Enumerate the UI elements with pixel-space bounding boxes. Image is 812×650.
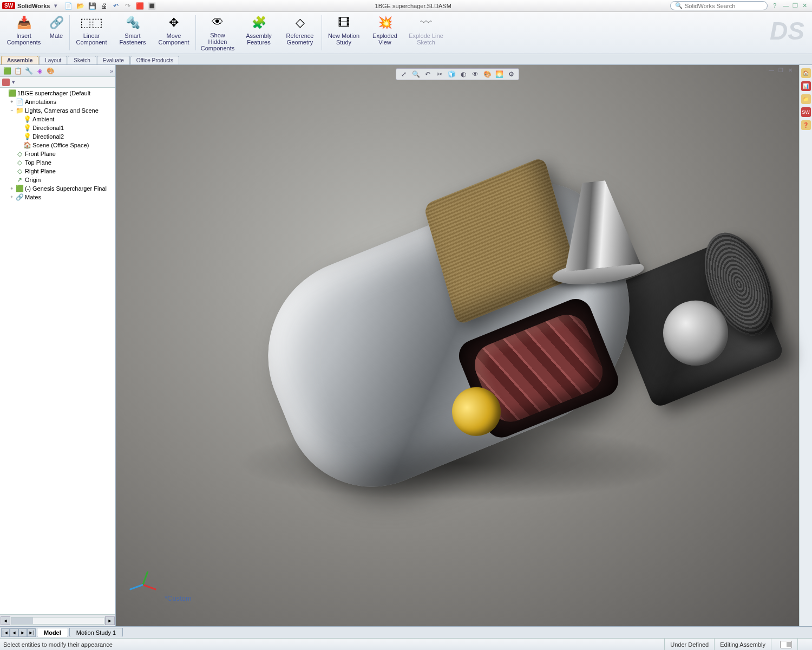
ribbon-insert-components[interactable]: 📥Insert Components	[3, 13, 44, 53]
search-box[interactable]: 🔍	[670, 1, 768, 10]
tree-item[interactable]: +🟩(-) Genesis Supercharger Final	[0, 184, 115, 193]
ribbon-icon: 🔗	[48, 14, 65, 31]
taskpane-button[interactable]: ❓	[801, 120, 811, 130]
z-axis-icon	[129, 584, 143, 590]
tree-node-icon: ↗	[15, 176, 24, 184]
ribbon-reference-geometry[interactable]: ◇Reference Geometry	[279, 13, 320, 53]
save-button[interactable]: 💾	[88, 2, 96, 10]
panel-scrollbar[interactable]: ◄ ►	[0, 614, 115, 626]
document-title: 1BGE superchager.SLDASM	[156, 3, 670, 9]
fm-render-tab[interactable]: 🎨	[45, 66, 55, 76]
ribbon-icon: 👁	[209, 14, 226, 31]
tab-last-button[interactable]: ►|	[27, 628, 36, 637]
tree-item[interactable]: ↗Origin	[0, 176, 115, 184]
status-extra[interactable]	[797, 639, 809, 650]
feature-filter-bar[interactable]: ▾	[0, 77, 115, 88]
tree-item[interactable]: −📁Lights, Cameras and Scene	[0, 106, 115, 115]
tab-sketch[interactable]: Sketch	[68, 56, 96, 64]
tree-item[interactable]: 💡Directional1	[0, 123, 115, 132]
ribbon-linear-component[interactable]: ⬚⬚Linear Component	[71, 13, 112, 53]
ribbon-show-hidden-components[interactable]: 👁Show Hidden Components	[197, 13, 238, 53]
tree-item[interactable]: +📄Annotations	[0, 98, 115, 106]
fm-config-tab[interactable]: 📋	[13, 66, 23, 76]
doc-minimize-button[interactable]: —	[769, 67, 776, 75]
tree-item[interactable]: 💡Directional2	[0, 132, 115, 141]
taskpane-button[interactable]: 📊	[801, 81, 811, 91]
appearance-button[interactable]: 🎨	[483, 70, 492, 79]
ribbon-explode-line-sketch[interactable]: 〰Explode Line Sketch	[405, 13, 447, 53]
restore-button[interactable]: ❐	[793, 2, 800, 10]
filter-dropdown-icon[interactable]: ▾	[12, 79, 15, 86]
fm-property-tab[interactable]: 🔧	[24, 66, 34, 76]
menu-dropdown-icon[interactable]: ▾	[54, 2, 57, 9]
display-style-button[interactable]: ◐	[459, 70, 468, 79]
tab-layout[interactable]: Layout	[39, 56, 67, 64]
ribbon-mate[interactable]: 🔗Mate	[44, 13, 68, 53]
filter-icon	[2, 79, 10, 86]
prev-view-button[interactable]: ↶	[423, 70, 432, 79]
tree-item[interactable]: ◇Right Plane	[0, 167, 115, 176]
hide-show-button[interactable]: 👁	[471, 70, 480, 79]
tab-next-button[interactable]: ►	[18, 628, 27, 637]
doc-close-button[interactable]: ✕	[788, 67, 796, 75]
tab-evaluate[interactable]: Evaluate	[97, 56, 130, 64]
view-settings-button[interactable]: ⚙	[507, 70, 515, 79]
tab-prev-button[interactable]: ◄	[10, 628, 18, 637]
open-button[interactable]: 📂	[76, 2, 84, 10]
options-button[interactable]: 🔳	[147, 2, 156, 10]
undo-button[interactable]: ↶	[112, 2, 120, 10]
heads-up-view-toolbar: ⤢ 🔍 ↶ ✂ 🧊 ◐ 👁 🎨 🌅 ⚙	[396, 68, 519, 80]
taskpane-button[interactable]: 📁	[801, 94, 811, 104]
redo-button[interactable]: ↷	[123, 2, 132, 10]
ribbon-label: Show Hidden Components	[200, 32, 235, 51]
tree-toggle-icon[interactable]: −	[9, 108, 15, 113]
tree-item[interactable]: ◇Top Plane	[0, 158, 115, 167]
close-button[interactable]: ✕	[802, 2, 810, 10]
print-button[interactable]: 🖨	[100, 2, 108, 10]
taskpane-button[interactable]: SW	[801, 107, 811, 117]
ribbon-smart-fasteners[interactable]: 🔩Smart Fasteners	[112, 13, 153, 53]
tree-item[interactable]: 🏠Scene (Office Space)	[0, 141, 115, 150]
minimize-button[interactable]: —	[783, 2, 790, 10]
tab-motion-study[interactable]: Motion Study 1	[69, 628, 123, 637]
zoom-area-button[interactable]: 🔍	[411, 70, 420, 79]
scroll-left-button[interactable]: ◄	[1, 616, 10, 625]
tab-assemble[interactable]: Assemble	[1, 56, 38, 64]
scroll-right-button[interactable]: ►	[105, 616, 115, 625]
view-orient-button[interactable]: 🧊	[447, 70, 456, 79]
graphics-viewport[interactable]: ⤢ 🔍 ↶ ✂ 🧊 ◐ 👁 🎨 🌅 ⚙ — ❐ ✕	[116, 65, 799, 626]
tree-toggle-icon[interactable]: +	[9, 194, 15, 200]
ribbon-exploded-view[interactable]: 💥Exploded View	[364, 13, 405, 53]
tree-toggle-icon[interactable]: +	[9, 186, 15, 191]
ribbon-label: Assembly Features	[241, 32, 276, 46]
ribbon-new-motion-study[interactable]: 🎞New Motion Study	[323, 13, 364, 53]
tree-item[interactable]: 🟩1BGE superchager (Default	[0, 89, 115, 98]
scroll-thumb[interactable]	[11, 618, 33, 624]
status-unit-toggle[interactable]	[771, 639, 797, 650]
rebuild-button[interactable]: 🟥	[135, 2, 144, 10]
tree-toggle-icon[interactable]: +	[9, 99, 15, 105]
new-button[interactable]: 📄	[64, 2, 73, 10]
ribbon-move-component[interactable]: ✥Move Component	[153, 13, 194, 53]
status-bar: Select entities to modify their appearan…	[0, 638, 812, 650]
scene-button[interactable]: 🌅	[495, 70, 503, 79]
doc-restore-button[interactable]: ❐	[778, 67, 786, 75]
fm-tree-tab[interactable]: 🟩	[2, 66, 12, 76]
zoom-fit-button[interactable]: ⤢	[400, 70, 408, 79]
tree-item[interactable]: ◇Front Plane	[0, 150, 115, 158]
tab-office-products[interactable]: Office Products	[130, 56, 179, 64]
status-message: Select entities to modify their appearan…	[3, 641, 664, 648]
section-view-button[interactable]: ✂	[435, 70, 444, 79]
orientation-triad[interactable]	[127, 568, 159, 600]
fm-display-tab[interactable]: ◈	[35, 66, 44, 76]
search-input[interactable]	[685, 3, 763, 9]
taskpane-button[interactable]: 🏠	[801, 68, 811, 78]
feature-tree[interactable]: 🟩1BGE superchager (Default+📄Annotations−…	[0, 88, 115, 614]
tree-item[interactable]: +🔗Mates	[0, 193, 115, 202]
panel-expand-icon[interactable]: »	[110, 68, 113, 74]
tab-first-button[interactable]: |◄	[1, 628, 10, 637]
tree-item[interactable]: 💡Ambient	[0, 115, 115, 123]
ribbon-assembly-features[interactable]: 🧩Assembly Features	[238, 13, 279, 53]
tab-model[interactable]: Model	[37, 628, 68, 637]
help-button[interactable]: ?	[773, 2, 781, 10]
